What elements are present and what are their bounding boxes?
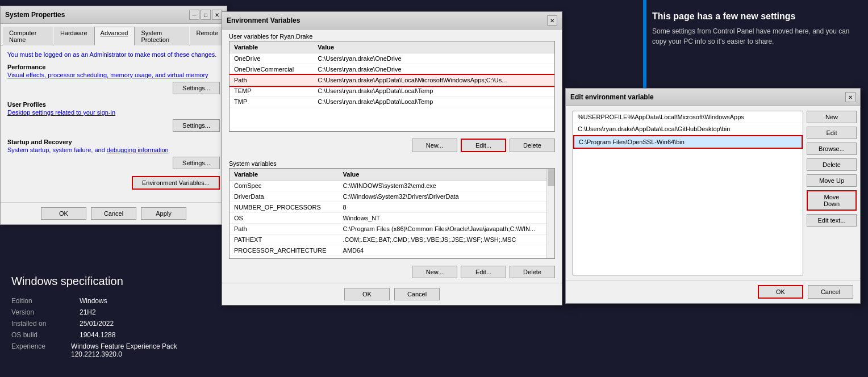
sys-var-name-comspec: ComSpec	[229, 181, 339, 191]
system-vars-edit-button[interactable]: Edit...	[461, 266, 506, 278]
sys-props-controls: ─ □ ✕	[189, 10, 222, 20]
edit-env-edit-button[interactable]: Edit	[807, 127, 857, 139]
edit-env-moveup-button[interactable]: Move Up	[807, 174, 857, 187]
close-button[interactable]: ✕	[212, 10, 222, 20]
win-spec-row-experience: Experience Windows Feature Experience Pa…	[11, 342, 210, 358]
user-var-row-onedrivecommercial[interactable]: OneDriveCommercial C:\Users\ryan.drake\O…	[229, 64, 554, 75]
user-vars-edit-button[interactable]: Edit...	[461, 139, 506, 152]
startup-recovery-title: Startup and Recovery	[7, 139, 220, 145]
sys-var-value-pathext: .COM;.EXE;.BAT;.CMD;.VBS;.VBE;JS;.JSE;.W…	[339, 234, 554, 245]
env-vars-controls: ✕	[547, 15, 557, 26]
sys-var-row-path[interactable]: Path C:\Program Files (x86)\Common Files…	[229, 224, 554, 234]
edit-env-item-2[interactable]: C:\Program Files\OpenSSL-Win64\bin	[573, 135, 803, 149]
win-spec-value-version: 21H2	[80, 308, 96, 316]
performance-section: Performance Visual effects, processor sc…	[7, 64, 220, 94]
sys-var-name-nproc: NUMBER_OF_PROCESSORS	[229, 202, 339, 213]
scrollbar-track[interactable]	[546, 169, 554, 258]
user-var-row-onedrive[interactable]: OneDrive C:\Users\ryan.drake\OneDrive	[229, 53, 554, 64]
blue-accent-bar	[643, 0, 646, 91]
edit-env-item-0[interactable]: %USERPROFILE%\AppData\Local\Microsoft\Wi…	[573, 111, 803, 123]
tab-hardware[interactable]: Hardware	[54, 27, 94, 45]
edit-env-buttons: New Edit Browse... Delete Move Up Move D…	[803, 106, 860, 231]
user-var-row-temp[interactable]: TEMP C:\Users\ryan.drake\AppData\Local\T…	[229, 86, 554, 97]
win-spec-label-edition: Edition	[11, 297, 80, 305]
env-vars-cancel-button[interactable]: Cancel	[394, 288, 440, 300]
scrollbar-thumb[interactable]	[548, 169, 554, 186]
startup-recovery-desc: System startup, system failure, and debu…	[7, 146, 220, 153]
edit-env-footer: OK Cancel	[566, 280, 860, 303]
win-spec-value-edition: Windows	[80, 297, 107, 305]
minimize-button[interactable]: ─	[189, 10, 199, 20]
tab-advanced[interactable]: Advanced	[94, 27, 135, 45]
user-var-name-onedrivecommercial: OneDriveCommercial	[229, 64, 313, 75]
win-spec-table: Edition Windows Version 21H2 Installed o…	[11, 297, 210, 358]
performance-desc-text: Visual effects, processor scheduling, me…	[7, 72, 208, 78]
tab-system-protection[interactable]: System Protection	[135, 27, 190, 45]
win-spec-value-osbuild: 19044.1288	[80, 331, 115, 339]
tab-computer-name[interactable]: Computer Name	[3, 27, 53, 45]
sys-props-ok-button[interactable]: OK	[41, 207, 86, 220]
performance-title: Performance	[7, 64, 220, 70]
edit-env-close-button[interactable]: ✕	[845, 92, 856, 102]
win-spec-row-version: Version 21H2	[11, 308, 210, 316]
user-var-name-temp: TEMP	[229, 86, 313, 97]
user-var-value-temp: C:\Users\ryan.drake\AppData\Local\Temp	[313, 86, 554, 97]
edit-env-new-button[interactable]: New	[807, 111, 857, 123]
env-vars-dialog: Environment Variables ✕ User variables f…	[222, 11, 562, 305]
edit-env-ok-button[interactable]: OK	[758, 285, 803, 299]
sys-var-row-driverdata[interactable]: DriverData C:\Windows\System32\Drivers\D…	[229, 191, 554, 202]
system-vars-new-button[interactable]: New...	[412, 266, 457, 278]
tab-remote[interactable]: Remote	[190, 27, 224, 45]
performance-desc: Visual effects, processor scheduling, me…	[7, 72, 220, 78]
user-var-row-tmp[interactable]: TMP C:\Users\ryan.drake\AppData\Local\Te…	[229, 97, 554, 107]
sys-var-row-procarch[interactable]: PROCESSOR_ARCHITECTURE AMD64	[229, 245, 554, 256]
edit-env-edittext-button[interactable]: Edit text...	[807, 214, 857, 227]
edit-env-titlebar: Edit environment variable ✕	[566, 89, 860, 106]
sys-props-footer: OK Cancel Apply	[1, 202, 227, 224]
win-spec-value-installed: 25/01/2022	[80, 320, 114, 328]
edit-env-var-dialog: Edit environment variable ✕ %USERPROFILE…	[565, 88, 861, 304]
user-var-value-path: C:\Users\ryan.drake\AppData\Local\Micros…	[313, 75, 554, 86]
settings-banner-desc: Some settings from Control Panel have mo…	[652, 26, 857, 47]
sys-var-name-path: Path	[229, 224, 339, 234]
env-vars-close-button[interactable]: ✕	[547, 15, 557, 26]
startup-recovery-settings-button[interactable]: Settings...	[173, 157, 220, 169]
system-vars-delete-button[interactable]: Delete	[510, 266, 555, 278]
win-spec-row-installed: Installed on 25/01/2022	[11, 320, 210, 328]
win-spec-row-osbuild: OS build 19044.1288	[11, 331, 210, 339]
debugging-link[interactable]: debugging information	[107, 146, 169, 153]
sys-props-apply-button[interactable]: Apply	[141, 207, 186, 220]
system-vars-btn-row: New... Edit... Delete	[222, 263, 562, 283]
sys-var-row-nproc[interactable]: NUMBER_OF_PROCESSORS 8	[229, 202, 554, 213]
edit-env-item-1[interactable]: C:\Users\ryan.drake\AppData\Local\GitHub…	[573, 123, 803, 135]
sys-var-value-nproc: 8	[339, 202, 554, 213]
sys-var-row-os[interactable]: OS Windows_NT	[229, 213, 554, 224]
user-vars-table-container: Variable Value OneDrive C:\Users\ryan.dr…	[229, 41, 555, 132]
sys-props-content: You must be logged on as an Administrato…	[1, 45, 227, 202]
env-vars-titlebar: Environment Variables ✕	[222, 12, 562, 30]
user-profiles-settings-button[interactable]: Settings...	[173, 119, 220, 132]
user-var-name-tmp: TMP	[229, 97, 313, 107]
user-var-row-path[interactable]: Path C:\Users\ryan.drake\AppData\Local\M…	[229, 75, 554, 86]
win-spec-label-experience: Experience	[11, 342, 71, 358]
sys-var-col-variable: Variable	[229, 169, 339, 181]
user-profiles-desc-text: Desktop settings related to your sign-in	[7, 109, 115, 116]
env-vars-footer: OK Cancel	[222, 283, 562, 305]
edit-env-browse-button[interactable]: Browse...	[807, 143, 857, 155]
user-vars-new-button[interactable]: New...	[412, 139, 457, 152]
performance-settings-button[interactable]: Settings...	[173, 82, 220, 94]
edit-env-delete-button[interactable]: Delete	[807, 158, 857, 171]
sys-props-tabs: Computer Name Hardware Advanced System P…	[1, 24, 227, 45]
sys-var-row-pathext[interactable]: PATHEXT .COM;.EXE;.BAT;.CMD;.VBS;.VBE;JS…	[229, 234, 554, 245]
user-vars-delete-button[interactable]: Delete	[510, 139, 555, 152]
performance-btn-row: Settings...	[7, 82, 220, 94]
env-vars-ok-button[interactable]: OK	[344, 288, 390, 300]
edit-env-movedown-button[interactable]: Move Down	[807, 190, 857, 211]
edit-env-cancel-button[interactable]: Cancel	[808, 285, 853, 299]
maximize-button[interactable]: □	[201, 10, 211, 20]
sys-var-row-comspec[interactable]: ComSpec C:\WINDOWS\system32\cmd.exe	[229, 181, 554, 191]
sys-props-cancel-button[interactable]: Cancel	[91, 207, 136, 220]
windows-spec-section: Windows specification Edition Windows Ve…	[0, 263, 222, 377]
env-vars-button[interactable]: Environment Variables...	[132, 176, 220, 190]
edit-env-title: Edit environment variable	[570, 93, 654, 101]
